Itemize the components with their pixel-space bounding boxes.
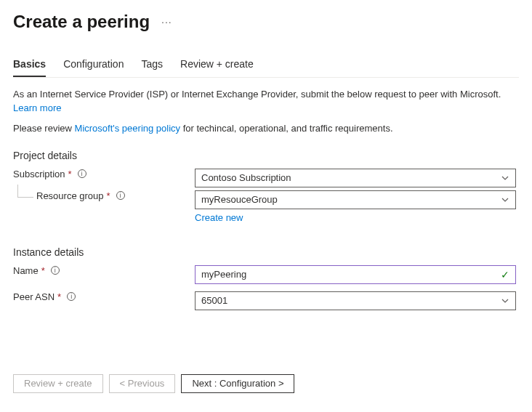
chevron-down-icon (501, 174, 509, 182)
tab-configuration[interactable]: Configuration (63, 54, 124, 77)
intro-text: As an Internet Service Provider (ISP) or… (13, 88, 519, 116)
tabs: Basics Configuration Tags Review + creat… (13, 54, 519, 78)
more-icon[interactable]: ··· (161, 16, 172, 28)
info-icon[interactable]: i (67, 292, 76, 301)
name-label-text: Name (13, 265, 39, 276)
name-value: myPeering (201, 269, 246, 280)
instance-details-heading: Instance details (13, 246, 519, 258)
chevron-down-icon (501, 296, 509, 305)
next-button[interactable]: Next : Configuration > (181, 374, 294, 393)
footer-buttons: Review + create < Previous Next : Config… (13, 367, 519, 393)
policy-suffix: for techincal, operational, and traffic … (180, 123, 392, 134)
subscription-label: Subscription * i (13, 169, 195, 179)
info-icon[interactable]: i (78, 169, 86, 178)
tab-tags[interactable]: Tags (141, 54, 163, 77)
info-icon[interactable]: i (51, 266, 60, 275)
create-new-link[interactable]: Create new (195, 212, 516, 223)
required-asterisk: * (41, 265, 45, 276)
previous-button: < Previous (109, 374, 176, 393)
policy-prefix: Please review (13, 123, 75, 134)
peer-asn-label: Peer ASN * i (13, 291, 195, 302)
intro-line: As an Internet Service Provider (ISP) or… (13, 89, 501, 100)
subscription-label-text: Subscription (13, 169, 65, 179)
tab-basics[interactable]: Basics (13, 54, 46, 77)
peer-asn-value: 65001 (201, 295, 227, 306)
resource-group-label-text: Resource group (36, 190, 104, 201)
resource-group-label: Resource group * i (13, 190, 195, 201)
chevron-down-icon (501, 195, 509, 204)
required-asterisk: * (68, 169, 72, 179)
tree-line (17, 185, 33, 198)
subscription-dropdown[interactable]: Contoso Subscription (195, 169, 516, 187)
required-asterisk: * (57, 291, 61, 302)
name-label: Name * i (13, 265, 195, 276)
name-input[interactable]: myPeering ✓ (195, 265, 516, 284)
peer-asn-dropdown[interactable]: 65001 (195, 291, 516, 310)
resource-group-dropdown[interactable]: myResouceGroup (195, 190, 516, 209)
page-title: Create a peering (13, 12, 150, 32)
peer-asn-label-text: Peer ASN (13, 291, 55, 302)
resource-group-value: myResouceGroup (201, 194, 278, 205)
subscription-value: Contoso Subscription (201, 172, 291, 183)
tab-review-create[interactable]: Review + create (180, 54, 254, 77)
policy-note: Please review Microsoft's peering policy… (13, 123, 519, 134)
learn-more-link[interactable]: Learn more (13, 102, 61, 113)
checkmark-icon: ✓ (501, 269, 509, 280)
review-create-button: Review + create (13, 374, 103, 393)
peering-policy-link[interactable]: Microsoft's peering policy (75, 123, 181, 134)
info-icon[interactable]: i (116, 191, 125, 200)
required-asterisk: * (107, 190, 110, 201)
project-details-heading: Project details (13, 150, 519, 161)
